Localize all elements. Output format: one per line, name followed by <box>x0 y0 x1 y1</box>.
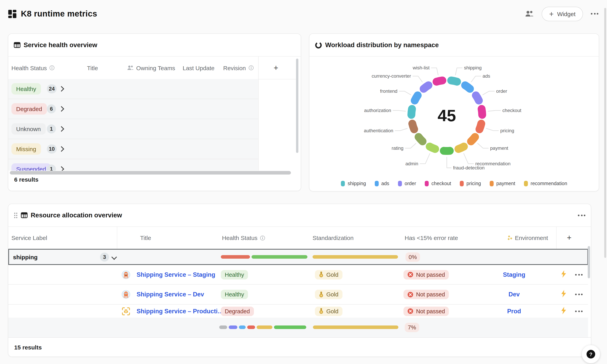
column-title[interactable]: Title <box>87 65 98 71</box>
vertical-scrollbar[interactable] <box>296 59 298 153</box>
donut-segment-checkout[interactable] <box>482 109 482 115</box>
legend-item[interactable]: ads <box>374 181 389 186</box>
column-revision[interactable]: Revision <box>223 65 254 71</box>
column-health-status[interactable]: Health Status <box>11 65 55 71</box>
panel-title: Workload distribution by namespace <box>325 41 439 49</box>
chevron-right-icon[interactable] <box>59 105 63 112</box>
donut-center-total: 45 <box>438 106 456 125</box>
service-row-dev[interactable]: Shipping Service – Dev Healthy Gold Not … <box>8 285 588 305</box>
ellipsis-icon <box>591 13 598 14</box>
help-button[interactable]: ? <box>582 345 600 363</box>
column-service-label[interactable]: Service Label <box>11 234 47 241</box>
health-row-suspended[interactable]: Suspended 1 <box>8 159 258 171</box>
standardization-badge: Gold <box>315 306 342 316</box>
chevron-right-icon[interactable] <box>59 145 63 153</box>
column-error-rate[interactable]: Has <15% error rate <box>405 234 458 241</box>
horizontal-scrollbar[interactable] <box>10 171 291 175</box>
add-column-button[interactable]: + <box>565 233 574 242</box>
donut-segment-frontend[interactable] <box>415 95 418 100</box>
column-last-update[interactable]: Last Update <box>183 65 215 71</box>
donut-segment-wish-list[interactable] <box>437 80 442 82</box>
service-health-panel: Service health overview Health Status Ti… <box>8 33 301 191</box>
donut-leader-line <box>405 143 416 148</box>
legend-item[interactable]: checkout <box>425 181 451 186</box>
donut-leader-line <box>399 91 411 95</box>
add-widget-button[interactable]: + Widget <box>542 6 583 21</box>
page-scrollbar[interactable] <box>604 8 606 258</box>
donut-segment-authorization[interactable] <box>411 109 412 115</box>
error-check-badge: Not passed <box>403 270 449 279</box>
top-bar-actions: + Widget <box>525 6 598 21</box>
status-badge: Suspended <box>11 163 51 171</box>
service-row-production[interactable]: Shipping Service – Producti… Degraded Go… <box>8 305 588 318</box>
service-link[interactable]: Shipping Service – Staging <box>137 271 215 278</box>
app-logo-icon <box>8 9 17 18</box>
row-menu-button[interactable] <box>575 310 583 312</box>
health-row-missing[interactable]: Missing 10 <box>8 139 258 159</box>
table-icon <box>21 212 28 219</box>
donut-leader-line <box>393 110 406 111</box>
service-row-staging[interactable]: Shipping Service – Staging Healthy Gold … <box>8 265 588 285</box>
donut-segment-pricing[interactable] <box>480 124 481 129</box>
environment-link[interactable]: Staging <box>503 271 525 278</box>
legend-item[interactable]: pricing <box>460 181 481 186</box>
service-link[interactable]: Shipping Service – Producti… <box>137 308 224 315</box>
donut-segment-currency-converter[interactable] <box>424 85 428 89</box>
share-users-button[interactable] <box>525 10 534 17</box>
column-title[interactable]: Title <box>140 234 151 241</box>
health-row-healthy[interactable]: Healthy 24 <box>8 79 258 99</box>
add-column-button[interactable]: + <box>271 63 281 72</box>
column-standardization[interactable]: Standardization <box>313 234 354 241</box>
legend-label: recommendation <box>531 181 567 186</box>
health-row-unknown[interactable]: Unknown 1 <box>8 119 258 139</box>
panel-menu-button[interactable] <box>578 214 585 216</box>
count-badge: 1 <box>47 165 56 171</box>
donut-leader-line <box>478 143 488 148</box>
results-count: 6 results <box>14 176 38 183</box>
donut-segment-ads[interactable] <box>465 85 470 89</box>
column-owning-teams[interactable]: Owning Teams <box>127 65 175 71</box>
scorecard-dots-icon <box>507 235 512 240</box>
info-icon <box>260 235 265 241</box>
donut-segment-shipping[interactable] <box>451 80 457 82</box>
donut-segment-payment[interactable] <box>471 137 475 142</box>
package-scan-icon <box>122 307 130 315</box>
page-menu-button[interactable] <box>591 13 598 14</box>
chevron-down-icon[interactable] <box>112 253 116 260</box>
bolt-icon[interactable] <box>561 290 566 299</box>
info-icon <box>49 65 55 71</box>
donut-segment-order[interactable] <box>476 95 479 100</box>
environment-link[interactable]: Dev <box>509 291 520 298</box>
bolt-icon[interactable] <box>561 270 566 279</box>
donut-segment-rating[interactable] <box>419 137 423 142</box>
column-environment[interactable]: Environment <box>507 234 548 241</box>
legend-item[interactable]: order <box>398 181 416 186</box>
group-row-partial[interactable]: 7% <box>8 318 588 337</box>
legend-item[interactable]: shipping <box>341 181 366 186</box>
chevron-right-icon[interactable] <box>59 166 63 171</box>
donut-segment-authentication[interactable] <box>412 124 414 129</box>
service-link[interactable]: Shipping Service – Dev <box>137 291 204 298</box>
row-menu-button[interactable] <box>575 274 583 275</box>
chevron-right-icon[interactable] <box>59 85 63 92</box>
donut-label: authentication <box>364 128 393 133</box>
service-health-header: Service health overview <box>8 34 301 57</box>
resource-allocation-panel: Resource allocation overview Service Lab… <box>8 204 591 357</box>
vertical-scrollbar[interactable] <box>588 246 590 278</box>
donut-segment-admin[interactable] <box>430 147 435 149</box>
donut-leader-line <box>413 76 422 82</box>
donut-label: checkout <box>502 108 521 113</box>
health-row-degraded[interactable]: Degraded 6 <box>8 99 258 119</box>
standardization-bar <box>313 255 398 259</box>
bolt-icon[interactable] <box>561 307 566 316</box>
legend-item[interactable]: recommendation <box>524 181 567 186</box>
group-row-shipping[interactable]: shipping 3 0% <box>8 249 588 265</box>
drag-handle-icon[interactable] <box>14 212 18 218</box>
chevron-right-icon[interactable] <box>59 125 63 132</box>
environment-link[interactable]: Prod <box>507 308 521 314</box>
legend-item[interactable]: payment <box>490 181 515 186</box>
row-menu-button[interactable] <box>575 294 583 295</box>
donut-label: authorization <box>364 108 391 113</box>
donut-segment-recommendation[interactable] <box>458 147 464 149</box>
column-health-status[interactable]: Health Status <box>222 234 265 241</box>
